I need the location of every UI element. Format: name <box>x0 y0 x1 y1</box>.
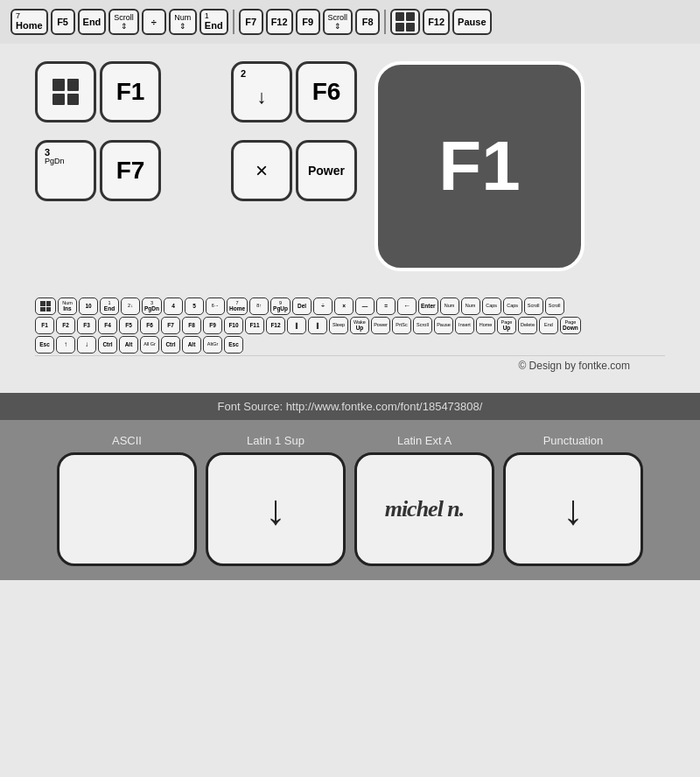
kb-3-pgdn[interactable]: 3PgDn <box>142 298 162 315</box>
keyboard-row-3: Esc ↑ ↓ Ctrl Alt All Gr Ctrl Alt AltGr E… <box>35 336 665 354</box>
big-key-f1-small[interactable]: F1 <box>100 61 161 122</box>
kb-mul[interactable]: × <box>334 298 354 315</box>
kb-pgup[interactable]: PageUp <box>497 317 516 334</box>
big-key-win[interactable] <box>35 61 96 122</box>
kb-f3[interactable]: F3 <box>77 317 96 334</box>
kb-8-up[interactable]: 8↑ <box>249 298 269 315</box>
kb-prtsc[interactable]: PrtSc <box>392 317 411 334</box>
key-f12b[interactable]: F12 <box>423 9 450 35</box>
kb-f10[interactable]: F10 <box>224 317 243 334</box>
kb-altgr2[interactable]: AltGr <box>203 336 222 354</box>
kb-home[interactable]: Home <box>476 317 495 334</box>
kb-insert[interactable]: Insert <box>455 317 474 334</box>
kb-9-pgup[interactable]: 9PgUp <box>270 298 290 315</box>
kb-4[interactable]: 4 <box>164 298 183 315</box>
kb-wakeup[interactable]: WakeUp <box>350 317 369 334</box>
key-end[interactable]: End <box>78 9 107 35</box>
key-groups: F1 3 PgDn F7 2 ↓ <box>35 61 665 271</box>
kb-alt2[interactable]: Alt <box>182 336 201 354</box>
big-key-f6[interactable]: F6 <box>296 61 357 122</box>
key-num[interactable]: Num ⇕ <box>169 9 197 35</box>
kb-end[interactable]: End <box>539 317 558 334</box>
kb-f9[interactable]: F9 <box>203 317 222 334</box>
kb-5[interactable]: 5 <box>185 298 204 315</box>
kb-f7[interactable]: F7 <box>161 317 180 334</box>
key-pause[interactable]: Pause <box>452 9 491 35</box>
kb-scroll2[interactable]: Scroll <box>545 298 564 315</box>
key-f12a[interactable]: F12 <box>266 9 293 35</box>
kb-num1[interactable]: Num <box>440 298 459 315</box>
kb-back[interactable]: ← <box>397 298 416 315</box>
kb-win[interactable] <box>35 298 56 315</box>
key-scroll1[interactable]: Scroll ⇕ <box>108 9 139 35</box>
kb-caps2[interactable]: Caps <box>503 298 522 315</box>
kb-alt1[interactable]: Alt <box>119 336 138 354</box>
kb-del[interactable]: Del <box>292 298 312 315</box>
kb-10[interactable]: 10 <box>79 298 98 315</box>
kb-1-end[interactable]: 1End <box>100 298 119 315</box>
kb-arrow-down[interactable]: ↓ <box>77 336 96 354</box>
big-key-x[interactable]: × <box>231 140 292 201</box>
key-f9[interactable]: F9 <box>296 9 320 35</box>
kb-altgr1[interactable]: All Gr <box>140 336 159 354</box>
kb-div[interactable]: ÷ <box>313 298 332 315</box>
kb-f4[interactable]: F4 <box>98 317 117 334</box>
kb-esc2[interactable]: Esc <box>224 336 243 354</box>
kb-6-right[interactable]: 6→ <box>206 298 225 315</box>
key-7-home[interactable]: 7 Home <box>10 9 48 35</box>
key-pair-row2: 3 PgDn F7 <box>35 140 161 201</box>
kb-equals[interactable]: = <box>376 298 396 315</box>
kb-scroll1[interactable]: Scroll <box>524 298 543 315</box>
kb-f2[interactable]: F2 <box>56 317 75 334</box>
kb-dash[interactable]: — <box>355 298 374 315</box>
key-win-grid[interactable] <box>390 9 420 35</box>
f7-label: F7 <box>116 157 145 185</box>
key-f8[interactable]: F8 <box>355 9 380 35</box>
charset-punctuation: Punctuation ↓ <box>503 434 643 566</box>
kb-sleep[interactable]: Sleep <box>329 317 348 334</box>
arrow-down-icon: ↓ <box>257 86 267 108</box>
charset-ascii-label: ASCII <box>112 434 142 447</box>
punctuation-arrow: ↓ <box>563 486 584 534</box>
kb-arrow-up[interactable]: ↑ <box>56 336 75 354</box>
kb-f8[interactable]: F8 <box>182 317 201 334</box>
charset-ascii-box <box>57 452 197 566</box>
big-key-f7[interactable]: F7 <box>100 140 161 201</box>
key-divide[interactable]: ÷ <box>142 9 166 35</box>
kb-num-ins[interactable]: NumIns <box>58 298 77 315</box>
windows-icon <box>396 12 415 32</box>
kb-f11[interactable]: F11 <box>245 317 264 334</box>
kb-pipe2[interactable]: ‖ <box>308 317 327 334</box>
kb-pause[interactable]: Pause <box>434 317 453 334</box>
big-key-3-pgdn[interactable]: 3 PgDn <box>35 140 96 201</box>
kb-pgdn[interactable]: PageDown <box>560 317 581 334</box>
kb-caps1[interactable]: Caps <box>482 298 501 315</box>
huge-f1-key[interactable]: F1 <box>374 61 584 271</box>
key-f7[interactable]: F7 <box>239 9 263 35</box>
copyright-text: © Design by fontke.com <box>518 360 630 372</box>
kb-f6[interactable]: F6 <box>140 317 159 334</box>
key-scroll2[interactable]: Scroll ⇕ <box>323 9 354 35</box>
key-1-end[interactable]: 1 End <box>200 9 228 35</box>
keyboard-row-1: NumIns 10 1End 2↓ 3PgDn 4 5 6→ 7Home 8↑ … <box>35 298 665 315</box>
kb-ctrl1[interactable]: Ctrl <box>98 336 117 354</box>
windows-key-icon <box>52 79 79 105</box>
kb-scroll-lock[interactable]: Scroll <box>413 317 432 334</box>
big-key-2-down[interactable]: 2 ↓ <box>231 61 292 122</box>
big-key-power[interactable]: Power <box>296 140 357 201</box>
charset-latin1sup: Latin 1 Sup ↓ <box>206 434 346 566</box>
kb-ctrl2[interactable]: Ctrl <box>161 336 180 354</box>
kb-7-home[interactable]: 7Home <box>227 298 248 315</box>
divider-2 <box>384 10 386 34</box>
kb-pipe1[interactable]: ‖ <box>287 317 306 334</box>
kb-num2[interactable]: Num <box>461 298 480 315</box>
kb-esc[interactable]: Esc <box>35 336 54 354</box>
kb-f1[interactable]: F1 <box>35 317 54 334</box>
kb-enter[interactable]: Enter <box>418 298 438 315</box>
kb-power[interactable]: Power <box>371 317 390 334</box>
kb-f12[interactable]: F12 <box>266 317 285 334</box>
kb-2-down[interactable]: 2↓ <box>121 298 140 315</box>
kb-f5[interactable]: F5 <box>119 317 138 334</box>
kb-delete[interactable]: Delete <box>518 317 537 334</box>
key-f5[interactable]: F5 <box>51 9 75 35</box>
